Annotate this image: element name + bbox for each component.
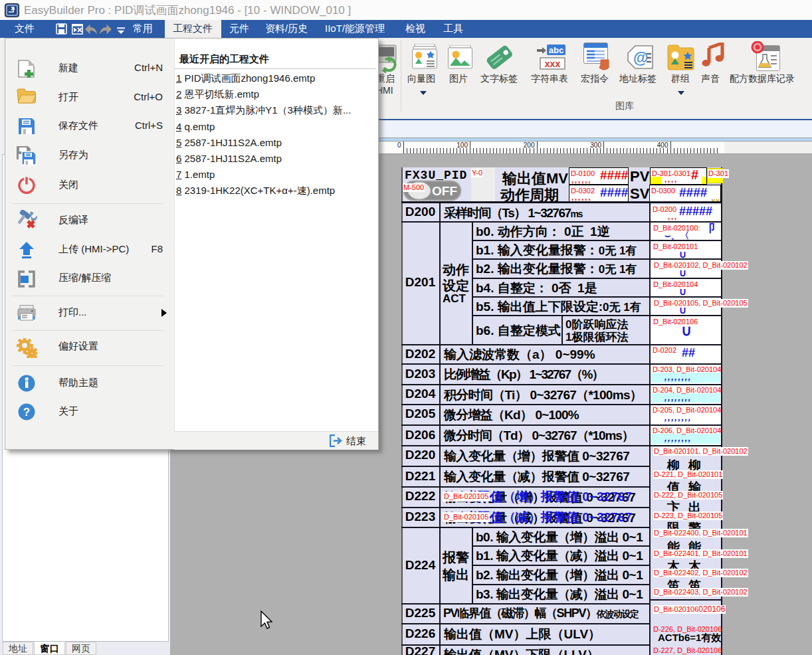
svg-text:abc: abc — [549, 45, 563, 55]
svg-text:@: @ — [633, 49, 648, 66]
svg-text:?: ? — [23, 406, 30, 419]
svg-text:xxx: xxx — [545, 58, 561, 69]
svg-text:OFF: OFF — [432, 184, 457, 198]
